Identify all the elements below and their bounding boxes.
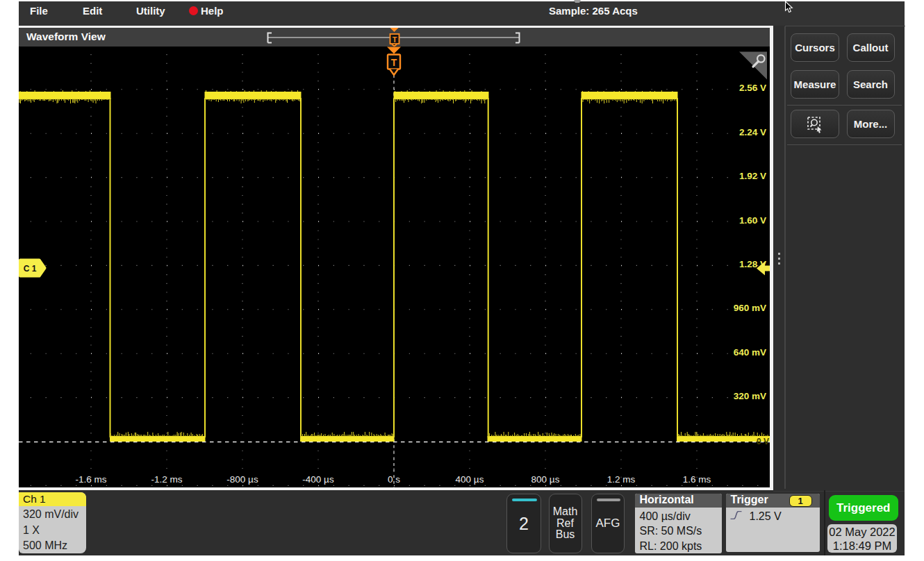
svg-text:T: T [391,56,397,67]
svg-text:0 V: 0 V [757,437,769,446]
svg-text:C 1: C 1 [24,263,37,273]
svg-text:T: T [393,35,397,44]
